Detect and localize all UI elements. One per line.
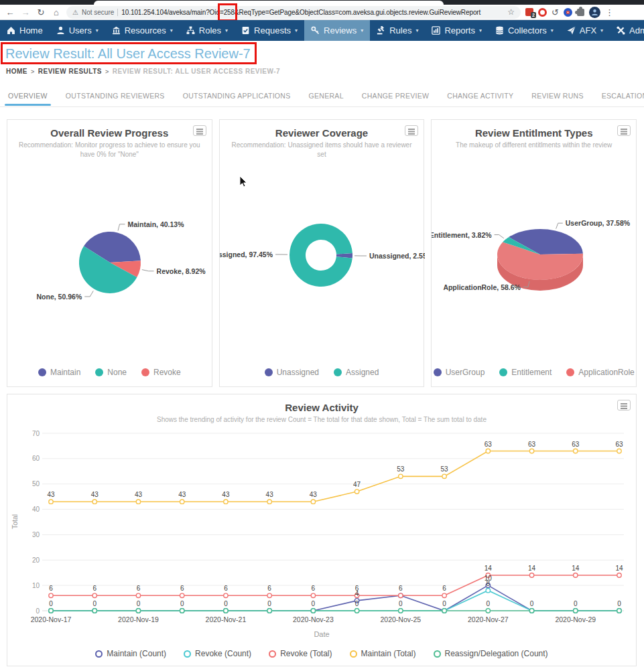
data-point[interactable] — [486, 609, 490, 613]
data-point[interactable] — [180, 593, 184, 597]
data-point[interactable] — [224, 609, 228, 613]
data-point[interactable] — [267, 593, 271, 597]
legend-item-usergroup[interactable]: UserGroup — [434, 368, 485, 377]
nav-item-reports[interactable]: Reports▾ — [425, 20, 489, 41]
data-point[interactable] — [311, 609, 315, 613]
legend-item-applicationrole[interactable]: ApplicationRole — [566, 368, 634, 377]
legend-dot — [499, 368, 507, 376]
legend-item-none[interactable]: None — [95, 368, 127, 377]
data-point[interactable] — [92, 500, 96, 504]
tab-outstanding-reviewers[interactable]: OUTSTANDING REVIEWERS — [66, 92, 165, 106]
data-point[interactable] — [442, 609, 446, 613]
legend-item-entitlement[interactable]: Entitlement — [499, 368, 552, 377]
data-point[interactable] — [49, 500, 53, 504]
nav-item-afx[interactable]: AFX▾ — [560, 20, 610, 41]
extension-icon-red-circle[interactable] — [538, 8, 547, 17]
data-label: 6 — [180, 585, 184, 592]
tab-outstanding-applications[interactable]: OUTSTANDING APPLICATIONS — [183, 92, 291, 106]
data-point[interactable] — [180, 609, 184, 613]
url-bar[interactable]: ⚠ Not secure 10.101.254.104/aveksa/main?… — [66, 6, 521, 19]
extensions-puzzle-icon[interactable] — [577, 9, 584, 16]
data-point[interactable] — [442, 474, 446, 478]
browser-home-icon[interactable]: ⌂ — [51, 8, 62, 17]
data-point[interactable] — [49, 593, 53, 597]
compass-extension-icon[interactable] — [564, 8, 572, 17]
data-point[interactable] — [486, 589, 490, 593]
data-point[interactable] — [574, 449, 578, 453]
legend-item-revoke[interactable]: Revoke — [141, 368, 181, 377]
tab-change-preview[interactable]: CHANGE PREVIEW — [362, 92, 429, 106]
nav-item-admin[interactable]: Admin▾ — [610, 20, 644, 41]
legend-item-reassign-delegation-count-[interactable]: Reassign/Delegation (Count) — [434, 649, 548, 658]
reload-icon[interactable]: ↻ — [36, 8, 46, 17]
tab-general[interactable]: GENERAL — [309, 92, 344, 106]
data-point[interactable] — [399, 609, 403, 613]
nav-item-reviews[interactable]: Reviews▾ — [304, 20, 370, 41]
data-point[interactable] — [617, 573, 621, 577]
data-point[interactable] — [442, 593, 446, 597]
breadcrumb-item[interactable]: REVIEW RESULTS — [38, 68, 102, 75]
data-point[interactable] — [136, 593, 140, 597]
data-point[interactable] — [311, 593, 315, 597]
legend-item-assigned[interactable]: Assigned — [334, 368, 379, 377]
data-point[interactable] — [486, 449, 490, 453]
data-point[interactable] — [617, 609, 621, 613]
data-point[interactable] — [136, 500, 140, 504]
tab-change-activity[interactable]: CHANGE ACTIVITY — [447, 92, 513, 106]
nav-item-rules[interactable]: Rules▾ — [370, 20, 425, 41]
data-point[interactable] — [267, 500, 271, 504]
nav-item-home[interactable]: Home — [0, 20, 50, 41]
tab-overview[interactable]: OVERVIEW — [8, 92, 48, 106]
data-point[interactable] — [529, 573, 533, 577]
legend-item-maintain[interactable]: Maintain — [38, 368, 80, 377]
nav-item-resources[interactable]: Resources▾ — [105, 20, 180, 41]
data-point[interactable] — [574, 573, 578, 577]
nav-item-requests[interactable]: Requests▾ — [235, 20, 304, 41]
nav-item-users[interactable]: Users▾ — [50, 20, 105, 41]
star-icon[interactable]: ☆ — [507, 7, 515, 17]
data-label: 43 — [178, 491, 186, 498]
database-icon — [495, 26, 504, 35]
card-menu-icon[interactable] — [617, 400, 631, 411]
data-point[interactable] — [399, 593, 403, 597]
tab-escalations[interactable]: ESCALATIONS — [602, 92, 644, 106]
nav-item-roles[interactable]: Roles▾ — [180, 20, 235, 41]
data-point[interactable] — [355, 609, 359, 613]
card-menu-icon[interactable] — [405, 125, 418, 136]
slice-label: Entitlement, 3.82% — [432, 231, 492, 239]
data-point[interactable] — [92, 609, 96, 613]
card-menu-icon[interactable] — [193, 125, 206, 136]
data-point[interactable] — [224, 593, 228, 597]
forward-icon[interactable]: → — [20, 8, 31, 17]
browser-menu-icon[interactable]: ⋮ — [605, 7, 614, 17]
profile-avatar[interactable] — [589, 7, 600, 18]
chevron-down-icon: ▾ — [361, 27, 363, 33]
data-point[interactable] — [529, 449, 533, 453]
extension-icon-grid[interactable]: 2 — [525, 8, 533, 16]
url-suffix: &ReqType=GetPage&ObjectClass=com.aveksa.… — [235, 9, 480, 16]
data-point[interactable] — [49, 609, 53, 613]
data-point[interactable] — [574, 609, 578, 613]
data-point[interactable] — [617, 449, 621, 453]
data-point[interactable] — [180, 500, 184, 504]
data-point[interactable] — [224, 500, 228, 504]
data-point[interactable] — [399, 474, 403, 478]
data-point[interactable] — [136, 609, 140, 613]
legend-item-maintain-count-[interactable]: Maintain (Count) — [95, 649, 166, 658]
data-point[interactable] — [311, 500, 315, 504]
legend-item-unassigned[interactable]: Unassigned — [265, 368, 319, 377]
legend-item-revoke-total-[interactable]: Revoke (Total) — [269, 649, 332, 658]
tab-review-runs[interactable]: REVIEW RUNS — [531, 92, 583, 106]
browser-tab[interactable] — [94, 1, 444, 5]
history-extension-icon[interactable]: ↺ — [552, 8, 559, 17]
data-point[interactable] — [529, 609, 533, 613]
legend-item-revoke-count-[interactable]: Revoke (Count) — [184, 649, 251, 658]
nav-item-collectors[interactable]: Collectors▾ — [489, 20, 560, 41]
breadcrumb-item[interactable]: HOME — [6, 68, 27, 75]
data-point[interactable] — [355, 490, 359, 494]
data-point[interactable] — [267, 609, 271, 613]
data-point[interactable] — [92, 593, 96, 597]
legend-item-maintain-total-[interactable]: Maintain (Total) — [350, 649, 416, 658]
back-icon[interactable]: ← — [5, 8, 15, 17]
card-menu-icon[interactable] — [617, 125, 631, 136]
